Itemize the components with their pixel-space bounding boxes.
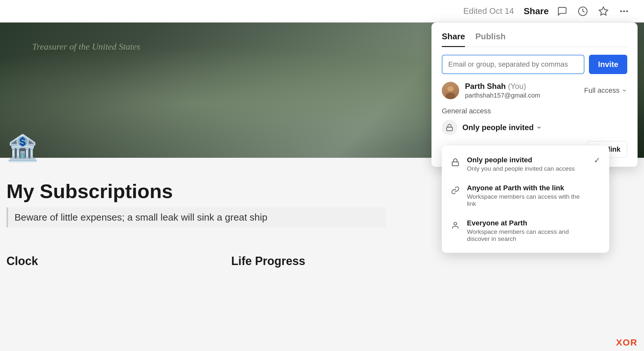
user-row: Parth Shah (You) parthshah157@gmail.com … bbox=[442, 82, 627, 99]
check-icon-invited: ✓ bbox=[592, 156, 601, 165]
access-dropdown: Only people invited Only you and people … bbox=[442, 146, 609, 253]
svg-rect-5 bbox=[447, 127, 452, 131]
hero-line1: Treasurer of the United States bbox=[32, 39, 140, 55]
access-selector[interactable]: Only people invited bbox=[462, 123, 542, 132]
share-tabs: Share Publish bbox=[442, 32, 627, 47]
page-icon: 🏦 bbox=[6, 135, 39, 161]
tab-share[interactable]: Share bbox=[442, 32, 465, 47]
tab-publish[interactable]: Publish bbox=[475, 32, 506, 47]
dropdown-item-everyone-title: Everyone at Parth bbox=[467, 219, 587, 227]
dropdown-item-only-invited-title: Only people invited bbox=[467, 156, 587, 164]
invite-row: Invite bbox=[442, 55, 627, 74]
share-button[interactable]: Share bbox=[524, 6, 549, 16]
page-title: My Subscriptions bbox=[6, 180, 386, 202]
general-access-label: General access bbox=[442, 107, 627, 115]
lock-small-icon bbox=[450, 157, 461, 168]
lock-icon-box bbox=[442, 120, 457, 135]
dropdown-item-everyone[interactable]: Everyone at Parth Workspace members can … bbox=[442, 213, 609, 248]
user-name: Parth Shah (You) bbox=[465, 82, 578, 91]
dropdown-item-anyone-link-text: Anyone at Parth with the link Workspace … bbox=[467, 184, 587, 207]
dropdown-item-anyone-link-title: Anyone at Parth with the link bbox=[467, 184, 587, 192]
dropdown-item-everyone-desc: Workspace members can access and discove… bbox=[467, 228, 587, 242]
xor-watermark: XOR bbox=[616, 337, 638, 348]
access-row: Only people invited Only peop bbox=[442, 120, 627, 135]
hero-overlay-text: Treasurer of the United States bbox=[32, 39, 140, 55]
toolbar: Edited Oct 14 Share bbox=[0, 0, 644, 23]
svg-marker-1 bbox=[599, 7, 608, 15]
user-access-label: Full access bbox=[584, 86, 620, 95]
person-icon bbox=[450, 220, 461, 231]
bottom-labels: Clock Life Progress bbox=[6, 254, 644, 268]
lock-icon bbox=[446, 124, 453, 131]
svg-point-7 bbox=[454, 222, 457, 225]
section-life-progress-label: Life Progress bbox=[231, 254, 305, 268]
dropdown-item-only-invited-desc: Only you and people invited can access bbox=[467, 165, 587, 172]
comment-icon[interactable] bbox=[555, 4, 569, 18]
invite-input[interactable] bbox=[442, 55, 584, 74]
avatar bbox=[442, 82, 459, 99]
svg-point-2 bbox=[620, 10, 622, 12]
share-modal: Share Publish Invite Parth Shah (You) pa… bbox=[431, 23, 638, 167]
svg-point-4 bbox=[626, 10, 628, 12]
dropdown-item-only-invited-text: Only people invited Only you and people … bbox=[467, 156, 587, 172]
svg-rect-6 bbox=[452, 162, 459, 166]
user-name-text: Parth Shah bbox=[465, 82, 506, 90]
user-info: Parth Shah (You) parthshah157@gmail.com bbox=[465, 82, 578, 99]
user-email: parthshah157@gmail.com bbox=[465, 92, 578, 99]
dropdown-item-anyone-link-desc: Workspace members can access with the li… bbox=[467, 193, 587, 207]
link-icon bbox=[450, 185, 461, 196]
svg-point-3 bbox=[623, 10, 625, 12]
access-current-label: Only people invited bbox=[462, 123, 534, 132]
edited-label: Edited Oct 14 bbox=[463, 6, 514, 16]
more-icon[interactable] bbox=[617, 4, 631, 18]
dropdown-item-only-invited[interactable]: Only people invited Only you and people … bbox=[442, 150, 609, 178]
page-title-area: My Subscriptions Beware of little expens… bbox=[6, 180, 386, 227]
dropdown-item-everyone-text: Everyone at Parth Workspace members can … bbox=[467, 219, 587, 242]
history-icon[interactable] bbox=[576, 4, 590, 18]
section-clock-label: Clock bbox=[6, 254, 38, 268]
chevron-down-icon bbox=[536, 125, 542, 130]
user-you-label: (You) bbox=[508, 82, 526, 90]
invite-button[interactable]: Invite bbox=[589, 55, 627, 74]
page-subtitle: Beware of little expenses; a small leak … bbox=[6, 207, 386, 227]
dropdown-item-anyone-link[interactable]: Anyone at Parth with the link Workspace … bbox=[442, 178, 609, 213]
star-icon[interactable] bbox=[596, 4, 611, 18]
user-access-selector[interactable]: Full access bbox=[584, 86, 627, 95]
